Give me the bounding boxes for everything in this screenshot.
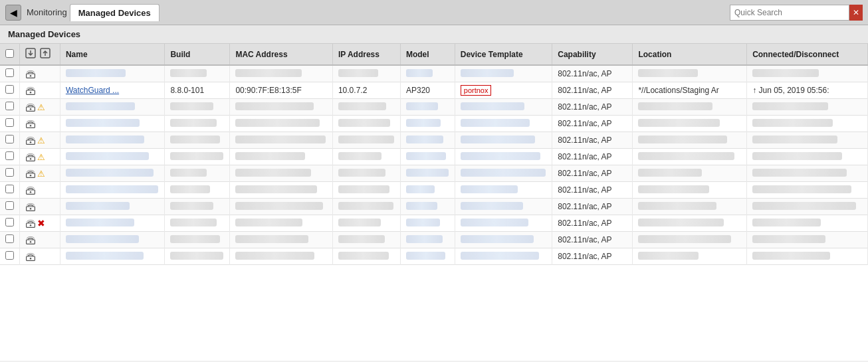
row-checkbox[interactable]: [5, 185, 14, 193]
model-blurred: [406, 169, 449, 177]
row-model-cell: [400, 199, 455, 215]
row-connected-cell: [747, 132, 868, 149]
section-title: Managed Devices: [0, 25, 868, 44]
col-header-build: Build: [165, 44, 230, 65]
svg-point-25: [30, 258, 31, 259]
template-blurred: [461, 252, 539, 260]
name-blurred: [66, 185, 158, 193]
connected-blurred: [752, 136, 837, 143]
mac-blurred: [235, 169, 311, 177]
svg-point-5: [30, 92, 31, 93]
connected-blurred: [752, 185, 851, 193]
device-icon: [25, 135, 36, 145]
row-model-cell: [400, 132, 455, 149]
row-build-cell: 8.8.0-101: [165, 82, 230, 99]
select-all-checkbox[interactable]: [5, 49, 14, 58]
row-ip-cell: [332, 149, 400, 165]
build-blurred: [170, 152, 223, 160]
name-blurred: [66, 219, 134, 226]
row-capability-cell: 802.11n/ac, AP: [552, 116, 633, 132]
col-header-connected: Connected/Disconnect: [747, 44, 868, 65]
connected-blurred: [752, 219, 821, 226]
row-checkbox[interactable]: [5, 201, 14, 210]
mac-blurred: [235, 152, 305, 160]
managed-devices-table-container: Name Build MAC Address IP Address Model …: [0, 44, 868, 361]
col-header-upload-icon: [40, 48, 51, 58]
row-location-cell: [633, 199, 747, 215]
ip-blurred: [338, 252, 389, 260]
row-connected-cell: [747, 182, 868, 199]
managed-devices-table: Name Build MAC Address IP Address Model …: [0, 44, 868, 265]
row-ip-cell: [332, 99, 400, 116]
mac-blurred: [235, 252, 314, 260]
row-name-cell: [60, 182, 165, 199]
model-blurred: [406, 136, 443, 143]
row-template-cell: [455, 165, 552, 182]
warning-icon: ⚠: [37, 152, 45, 162]
back-button[interactable]: ◀: [5, 5, 21, 21]
row-model-cell: [400, 99, 455, 116]
row-icons-cell: [20, 82, 60, 99]
row-checkbox[interactable]: [5, 218, 14, 226]
template-blurred: [461, 219, 528, 226]
device-name-link[interactable]: WatchGuard ...: [66, 86, 119, 95]
location-blurred: [638, 119, 720, 127]
row-template-cell: [455, 116, 552, 132]
quick-search-input[interactable]: [730, 5, 849, 21]
mac-blurred: [235, 119, 320, 127]
row-checkbox[interactable]: [5, 118, 14, 127]
row-checkbox[interactable]: [5, 168, 14, 177]
row-checkbox[interactable]: [5, 251, 14, 260]
row-connected-cell: [747, 215, 868, 232]
row-location-cell: *//Locations/Staging Ar: [633, 82, 747, 99]
svg-point-21: [30, 225, 31, 226]
row-checkbox[interactable]: [5, 151, 14, 160]
table-row: ⚠ 802.11n/ac, AP: [0, 149, 868, 165]
row-icons-cell: ✖: [20, 215, 60, 232]
row-location-cell: [633, 116, 747, 132]
build-blurred: [170, 169, 207, 177]
template-blurred: [461, 69, 514, 77]
table-row: ✖ 802.11n/ac, AP: [0, 215, 868, 232]
device-icon: [25, 185, 36, 195]
row-checkbox[interactable]: [5, 85, 14, 94]
mac-blurred: [235, 235, 308, 243]
row-checkbox[interactable]: [5, 68, 14, 77]
name-blurred: [66, 119, 140, 127]
active-tab[interactable]: Managed Devices: [70, 4, 160, 21]
row-mac-cell: [230, 199, 333, 215]
row-icons-cell: [20, 248, 60, 265]
row-model-cell: [400, 215, 455, 232]
device-icon: [25, 68, 36, 79]
error-x-icon: ✖: [37, 218, 45, 228]
row-checkbox[interactable]: [5, 135, 14, 143]
model-blurred: [406, 152, 446, 160]
row-name-cell[interactable]: WatchGuard ...: [60, 82, 165, 99]
row-icons-cell: ⚠: [20, 165, 60, 182]
template-blurred: [461, 169, 546, 177]
connected-blurred: [752, 169, 847, 177]
model-blurred: [406, 102, 438, 110]
row-build-cell: [165, 199, 230, 215]
monitoring-label: Monitoring: [27, 7, 67, 17]
model-blurred: [406, 202, 437, 210]
build-blurred: [170, 219, 217, 226]
search-close-button[interactable]: ✕: [849, 5, 863, 21]
model-blurred: [406, 235, 443, 243]
row-icons-cell: [20, 182, 60, 199]
row-build-cell: [165, 149, 230, 165]
portnox-template-badge: portnox: [461, 85, 492, 96]
col-header-model: Model: [400, 44, 455, 65]
row-checkbox[interactable]: [5, 234, 14, 243]
row-icons-cell: [20, 116, 60, 132]
location-blurred: [638, 202, 716, 210]
row-ip-cell: [332, 165, 400, 182]
ip-blurred: [338, 185, 389, 193]
row-template-cell: [455, 149, 552, 165]
row-mac-cell: [230, 248, 333, 265]
row-connected-cell: [747, 165, 868, 182]
svg-point-15: [30, 175, 31, 176]
model-blurred: [406, 119, 441, 127]
row-build-cell: [165, 215, 230, 232]
row-checkbox[interactable]: [5, 102, 14, 110]
